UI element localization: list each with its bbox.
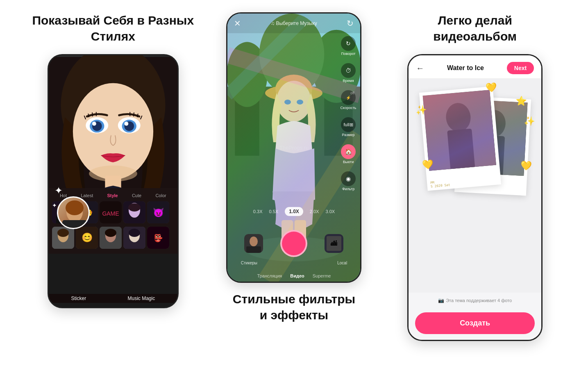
svg-point-37	[105, 229, 116, 237]
zoom-20x[interactable]: 2.0X	[310, 209, 319, 214]
rotate-control[interactable]: ↻ Поворот	[341, 36, 356, 56]
right-panel: Легко делайвидеоальбом ← Water to Ice Ne…	[389, 12, 561, 341]
svg-point-10	[124, 122, 128, 126]
zoom-bar: 0.3X 0.5X 1.0X 2.0X 3.0X	[227, 207, 360, 216]
photo-collage: 💛 ✨ 💛 PMS 2020 Sat	[409, 79, 541, 293]
svg-text:😊: 😊	[81, 232, 93, 243]
sparkle-small-icon: ✦	[52, 202, 57, 209]
mode-broadcast[interactable]: Трансляция	[257, 273, 282, 278]
chevron-indicator: ∧	[409, 338, 541, 341]
svg-point-14	[66, 200, 84, 215]
sticker-thumb[interactable]	[244, 234, 263, 253]
support-text: Эта тема поддерживает 4 фото	[446, 298, 512, 303]
face-item-1[interactable]	[52, 227, 74, 249]
flip-camera-icon[interactable]: ↻	[347, 18, 354, 28]
svg-point-54	[284, 100, 291, 105]
camera-bg: ✕ ♫ Выберите Музыку ↻ ↻ Поворот ⏱ Время	[227, 14, 360, 282]
zoom-30x[interactable]: 3.0X	[325, 209, 335, 214]
stickers-label: Стикеры	[241, 261, 257, 265]
camera-right-controls: ↻ Поворот ⏱ Время off ⚡ Скорость	[341, 36, 356, 191]
shutter-button[interactable]	[280, 230, 307, 257]
middle-subtitle: Стильные фильтрыи эффекты	[233, 291, 355, 323]
zoom-05x[interactable]: 0.5X	[269, 209, 279, 214]
size-control[interactable]: full⊞ Размер	[341, 117, 356, 137]
album-title: Water to Ice	[447, 64, 484, 72]
right-title: Легко делайвидеоальбом	[433, 12, 517, 44]
speed-control[interactable]: off ⚡ Скорость	[341, 90, 356, 110]
svg-rect-63	[246, 246, 261, 253]
left-title: Показывай Себя в Разных Стилях	[27, 12, 199, 44]
next-button[interactable]: Next	[507, 62, 534, 74]
sticker-row-2: 😊	[49, 225, 177, 250]
bottom-labels: Sticker Music Magic	[49, 294, 177, 303]
heart-sticker-2: 💛	[422, 159, 434, 171]
face-item-4[interactable]	[123, 227, 145, 249]
zoom-10x[interactable]: 1.0X	[285, 207, 303, 216]
svg-point-53	[277, 81, 311, 122]
gallery-thumb[interactable]: 🏙	[325, 234, 343, 253]
beauty-control[interactable]: 🏠 Бьюти	[341, 144, 356, 164]
filter-control[interactable]: ◉ Фильтр	[341, 171, 356, 191]
polaroid-photo-1	[423, 90, 496, 171]
timer-label: Время	[343, 79, 354, 83]
heart-sticker-1: 💛	[486, 82, 497, 93]
svg-point-2	[73, 83, 153, 180]
svg-point-6	[92, 122, 96, 126]
svg-point-55	[297, 100, 303, 105]
real-photo-circle	[57, 196, 90, 229]
info-icon: 📷	[438, 298, 444, 303]
size-icon: full⊞	[341, 117, 356, 132]
sparkle-icon: ✦	[54, 185, 63, 196]
face-item-5[interactable]: 👺	[147, 227, 169, 249]
tab-color[interactable]: Color	[155, 193, 166, 198]
close-icon[interactable]: ✕	[234, 18, 241, 28]
rotate-label: Поворот	[341, 52, 355, 56]
svg-text:👺: 👺	[154, 234, 163, 243]
mode-superme[interactable]: Superme	[313, 273, 331, 278]
middle-phone-frame: ✕ ♫ Выберите Музыку ↻ ↻ Поворот ⏱ Время	[226, 12, 361, 283]
filter-icon: ◉	[341, 171, 356, 186]
heart-sticker-3: 💛	[520, 160, 532, 171]
star-sticker-1: ⭐	[515, 96, 527, 107]
sticker-item-5[interactable]: 😈	[147, 201, 169, 223]
sticker-item-4[interactable]	[123, 201, 145, 223]
tab-cute[interactable]: Cute	[132, 193, 141, 198]
music-magic-label: Music Magic	[127, 296, 155, 301]
svg-text:😈: 😈	[152, 207, 164, 218]
sparkle-sticker-1: ✨	[415, 105, 427, 116]
speed-icon: off ⚡	[341, 90, 356, 105]
create-button[interactable]: Создать	[415, 312, 535, 334]
face-item-3[interactable]	[100, 227, 122, 249]
app-header: ← Water to Ice Next	[409, 55, 541, 79]
photo-glitch-1	[423, 90, 496, 171]
svg-text:GAME: GAME	[102, 210, 119, 217]
svg-point-40	[129, 229, 140, 237]
left-phone-frame: ✦ ✦ Hot Latest Style Cute Color	[48, 54, 179, 308]
main-container: Показывай Себя в Разных Стилях	[0, 0, 588, 373]
sticker-label: Sticker	[71, 296, 86, 301]
speed-label: Скорость	[341, 106, 356, 110]
sticker-item-3[interactable]: GAME	[100, 201, 122, 223]
face-item-2[interactable]: 😊	[76, 227, 98, 249]
rotate-icon: ↻	[341, 36, 356, 51]
svg-text:🏙: 🏙	[331, 240, 337, 247]
back-button[interactable]: ←	[416, 64, 424, 73]
timer-icon: ⏱	[341, 63, 356, 78]
beauty-icon: 🏠	[341, 144, 356, 159]
polaroid-container: 💛 ✨ 💛 PMS 2020 Sat	[415, 85, 535, 286]
svg-point-32	[57, 229, 69, 237]
polaroid-1: 💛 ✨ 💛 PMS 2020 Sat	[419, 86, 501, 191]
svg-point-62	[250, 237, 258, 246]
tab-latest[interactable]: Latest	[81, 193, 93, 198]
right-phone-inner: ← Water to Ice Next	[409, 55, 541, 340]
middle-panel: ✕ ♫ Выберите Музыку ↻ ↻ Поворот ⏱ Время	[220, 12, 368, 323]
star-sticker-2: ✨	[524, 116, 535, 127]
music-label[interactable]: ♫ Выберите Музыку	[271, 20, 317, 26]
shutter-labels: Стикеры Local	[227, 261, 360, 265]
timer-control[interactable]: ⏱ Время	[341, 63, 356, 83]
zoom-03x[interactable]: 0.3X	[253, 209, 263, 214]
tab-style[interactable]: Style	[107, 193, 118, 198]
camera-top-bar: ✕ ♫ Выберите Музыку ↻	[227, 14, 360, 33]
mode-video[interactable]: Видео	[290, 273, 304, 278]
filter-label: Фильтр	[342, 187, 354, 191]
